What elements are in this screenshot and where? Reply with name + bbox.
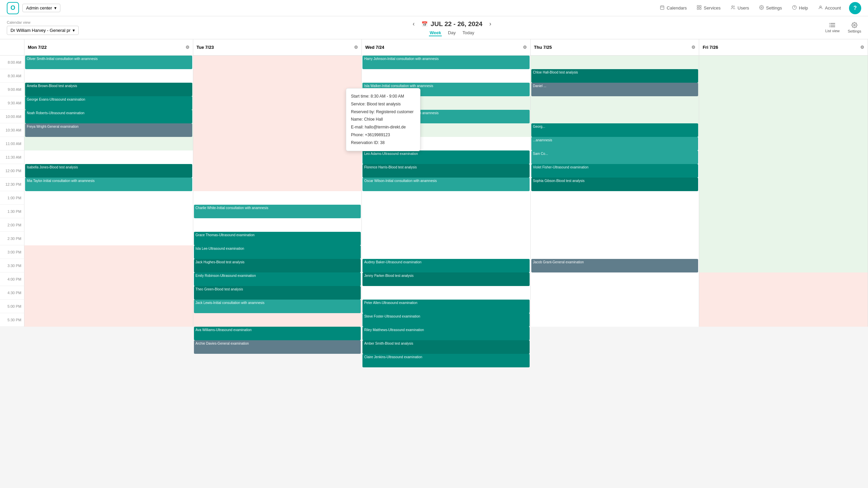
svg-rect-5	[700, 5, 702, 7]
app-logo[interactable]: O	[7, 2, 19, 14]
calendar-event[interactable]: Charlie White-Initial consultation with …	[194, 205, 361, 218]
bg-slot	[531, 300, 699, 313]
time-label: 2:30 PM	[0, 232, 24, 245]
bg-slot	[699, 110, 868, 123]
calendar-event[interactable]: Jenny Parker-Blood test analysis	[362, 272, 530, 286]
time-label: 12:00 PM	[0, 164, 24, 178]
calendar-event[interactable]: Noah Roberts-Ultrasound examination	[25, 110, 192, 123]
settings-tue-icon[interactable]: ⚙	[354, 45, 358, 50]
calendar-event[interactable]: Grace Thomas-Ultrasound examination	[194, 232, 361, 245]
tab-day[interactable]: Day	[447, 30, 456, 36]
bg-slot	[193, 191, 362, 205]
time-label: 5:30 PM	[0, 313, 24, 327]
calendar-event[interactable]: Amelia Brown-Blood test analysis	[25, 83, 192, 96]
calendar-event[interactable]: Jack Lewis-Initial consultation with ana…	[194, 300, 361, 313]
settings-calendar-button[interactable]: Settings	[848, 22, 861, 33]
admin-center-button[interactable]: Admin center ▾	[22, 4, 60, 12]
bg-slot	[362, 232, 530, 245]
calendar-event[interactable]: Claire Jenkins-Ultrasound examination	[362, 354, 530, 367]
calendar-event[interactable]: Steve Foster-Ultrasound examination	[362, 313, 530, 327]
date-nav-row: ‹ 📅 JUL 22 - 26, 2024 ›	[411, 19, 493, 29]
nav-settings[interactable]: Settings	[759, 5, 782, 11]
calendar-event[interactable]: Isla Lee-Ultrasound examination	[194, 245, 361, 259]
bg-slot	[699, 232, 868, 245]
bg-slot	[193, 56, 362, 69]
bg-slot	[362, 218, 530, 232]
date-range-display: 📅 JUL 22 - 26, 2024	[421, 20, 482, 28]
bg-slot	[193, 123, 362, 137]
tab-week[interactable]: Week	[429, 30, 442, 36]
calendar-event[interactable]: Peter Allen-Ultrasound examination	[362, 300, 530, 313]
nav-account[interactable]: Account	[818, 5, 841, 11]
calendar-selector-dropdown[interactable]: Dr William Harvey - General pr ▾	[7, 26, 79, 35]
tab-today[interactable]: Today	[462, 30, 475, 36]
calendar-event[interactable]: Emily Robinson-Ultrasound examination	[194, 272, 361, 286]
next-week-button[interactable]: ›	[488, 19, 493, 29]
bg-slot	[24, 205, 193, 218]
time-label: 4:00 PM	[0, 272, 24, 286]
day-col-fri	[699, 56, 868, 327]
calendar-event[interactable]: Theo Green-Blood test analysis	[194, 286, 361, 300]
calendar-event[interactable]: Amber Smith-Blood test analysis	[362, 340, 530, 354]
calendar-event[interactable]: Violet Fisher-Ultrasound examination	[531, 164, 698, 178]
bg-slot	[531, 245, 699, 259]
help-circle-badge[interactable]: ?	[849, 2, 861, 14]
nav-users[interactable]: Users	[731, 5, 749, 11]
time-column: 8:00 AM8:30 AM9:00 AM9:30 AM10:00 AM10:3…	[0, 39, 24, 483]
calendar-event[interactable]: Oliver Smith-Initial consultation with a…	[25, 56, 192, 69]
time-label: 8:30 AM	[0, 69, 24, 83]
calendar-event[interactable]: George Evans-Ultrasound examination	[25, 96, 192, 110]
bg-slot	[699, 300, 868, 313]
bg-slot	[699, 164, 868, 178]
svg-point-9	[761, 7, 763, 8]
calendar-event[interactable]: Daniel ...	[531, 83, 698, 96]
day-header-thu: Thu 7/25 ⚙	[531, 39, 699, 55]
calendar-event[interactable]: Audrey Baker-Ultrasound examination	[362, 259, 530, 272]
settings-fri-icon[interactable]: ⚙	[860, 45, 864, 50]
calendar-event[interactable]: Harry Johnson-Initial consultation with …	[362, 56, 530, 69]
nav-services[interactable]: Services	[697, 5, 721, 11]
bg-slot	[531, 218, 699, 232]
bg-slot	[193, 137, 362, 150]
calendar-event[interactable]: Sam Co...	[531, 150, 698, 164]
bg-slot	[699, 245, 868, 259]
calendar-icon	[660, 5, 665, 11]
tooltip-id: Reservation ID: 38	[351, 139, 415, 147]
bg-slot	[193, 178, 362, 191]
settings-thu-icon[interactable]: ⚙	[691, 45, 695, 50]
list-view-button[interactable]: List view	[825, 22, 840, 33]
settings-mon-icon[interactable]: ⚙	[185, 45, 190, 50]
calendar-event[interactable]: Leo Adams-Ultrasound examination	[362, 150, 530, 164]
day-header-tue: Tue 7/23 ⚙	[193, 39, 362, 55]
nav-calendars[interactable]: Calendars	[660, 5, 687, 11]
day-col-tue: Charlie White-Initial consultation with …	[193, 56, 362, 327]
calendar-event[interactable]: Sophia Gibson-Blood test analysis	[531, 178, 698, 191]
bg-slot	[699, 123, 868, 137]
prev-week-button[interactable]: ‹	[411, 19, 416, 29]
calendar-event[interactable]: Riley Matthews-Ultrasound examination	[362, 327, 530, 340]
tooltip-start-time: Start time: 8:30 AM - 9:00 AM	[351, 93, 415, 100]
calendar-event[interactable]: Isabella Jones-Blood test analysis	[25, 164, 192, 178]
bg-slot	[362, 69, 530, 83]
calendar-event[interactable]: Georg...	[531, 123, 698, 137]
nav-help[interactable]: Help	[792, 5, 808, 11]
help-icon	[792, 5, 797, 11]
time-label: 1:30 PM	[0, 205, 24, 218]
calendar-event[interactable]: Jacob Grant-General examination	[531, 259, 698, 272]
calendar-event[interactable]: Freya Wright-General examination	[25, 123, 192, 137]
time-label: 5:00 PM	[0, 300, 24, 313]
calendar-scroll-area[interactable]: 8:00 AM8:30 AM9:00 AM9:30 AM10:00 AM10:3…	[0, 39, 868, 483]
settings-wed-icon[interactable]: ⚙	[523, 45, 527, 50]
calendar-event[interactable]: ...anamnesis	[531, 137, 698, 150]
chevron-down-icon: ▾	[73, 28, 75, 33]
bg-slot	[531, 96, 699, 110]
calendar-event[interactable]: Mia Taylor-Initial consultation with ana…	[25, 178, 192, 191]
calendar-event[interactable]: Ava Williams-Ultrasound examination	[194, 327, 361, 340]
calendar-event[interactable]: Florence Harris-Blood test analysis	[362, 164, 530, 178]
svg-point-16	[829, 23, 830, 24]
calendar-view-section: Calendar view Dr William Harvey - Genera…	[7, 20, 79, 35]
calendar-event[interactable]: Oscar Wilson-Initial consultation with a…	[362, 178, 530, 191]
calendar-event[interactable]: Chloe Hall-Blood test analysis	[531, 69, 698, 83]
calendar-event[interactable]: Jack Hughes-Blood test analysis	[194, 259, 361, 272]
calendar-event[interactable]: Archie Davies-General examination	[194, 340, 361, 354]
